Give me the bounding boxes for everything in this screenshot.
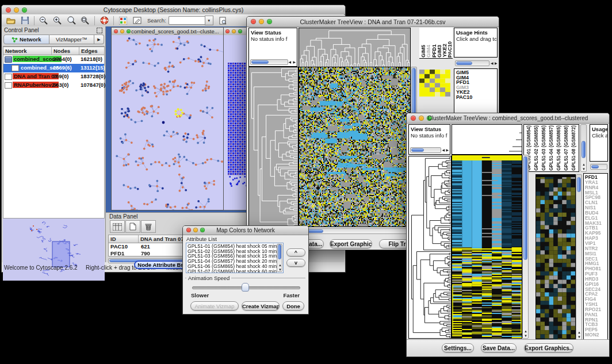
scroll-left-arrow[interactable]: ◀ — [288, 60, 291, 64]
usage-hints-scrollbar-back[interactable] — [455, 60, 489, 66]
delete-attribute-icon[interactable] — [141, 220, 156, 233]
scroll-up-arrow[interactable]: ▲ — [582, 163, 586, 166]
column-label[interactable]: GIM3 — [437, 45, 442, 58]
minimize-button[interactable] — [419, 116, 424, 121]
animate-vizmap-button[interactable]: Animate Vizmap — [190, 301, 239, 311]
export-graphics-button[interactable]: Export Graphics... — [330, 239, 372, 248]
cluster-similarity-matrix[interactable] — [419, 70, 450, 97]
scroll-right-arrow[interactable]: ▶ — [293, 60, 296, 64]
column-dendrogram-front[interactable] — [452, 124, 522, 155]
network-frame-1-titlebar[interactable]: combined_scores_good.txt--cluste... — [112, 28, 223, 36]
treeview-back-titlebar[interactable]: ClusterMaker TreeView : DNA and Tran 07-… — [247, 17, 499, 27]
heatmap-back[interactable] — [299, 67, 411, 227]
search-dropdown-arrow[interactable]: ▼ — [205, 16, 213, 25]
attribute-listbox[interactable]: GPL51-01 (GSM854) heat shock 05 minGPL51… — [186, 243, 284, 273]
scroll-down-arrow[interactable]: ▼ — [582, 167, 586, 171]
row-dendrogram-front[interactable] — [408, 156, 452, 339]
treeview-front-titlebar[interactable]: ClusterMaker TreeView : combined_scores_… — [407, 113, 609, 124]
cytoscape-titlebar[interactable]: Cytoscape Desktop (Session Name: collins… — [2, 5, 345, 15]
zoom-fit-icon[interactable] — [79, 16, 91, 26]
minimize-button[interactable] — [14, 7, 19, 13]
tab-overflow-arrow[interactable]: ▶ — [94, 35, 104, 44]
move-down-button[interactable]: v — [286, 259, 305, 267]
minimize-button[interactable] — [259, 19, 264, 24]
done-button[interactable]: Done — [282, 301, 304, 311]
scroll-up-arrow[interactable]: ▲ — [278, 263, 282, 267]
heatmap-hscroll-back[interactable] — [299, 228, 411, 234]
attribute-list-item[interactable]: GPL51-07 (GSM868) heat shock 60 min — [188, 269, 282, 273]
move-up-button[interactable]: ^ — [286, 248, 305, 256]
zoom-button[interactable] — [238, 29, 242, 33]
scroll-up-arrow[interactable]: ▲ — [577, 331, 581, 334]
save-data-button[interactable]: Save Data... — [481, 343, 517, 352]
close-button[interactable] — [411, 116, 416, 121]
column-label[interactable]: GPL51-06 (GSM865) — [556, 125, 563, 171]
new-attribute-icon[interactable] — [125, 220, 140, 233]
gene-label[interactable]: PAC10 — [456, 95, 495, 100]
attribute-list-scrollbar[interactable]: ▲ ▼ — [277, 244, 282, 272]
view-status-scrollbar[interactable] — [250, 59, 288, 65]
search-input[interactable] — [169, 16, 205, 25]
scroll-up-arrow[interactable]: ▲ — [524, 329, 527, 333]
close-button[interactable] — [225, 29, 230, 33]
vizmapper-icon[interactable] — [117, 16, 129, 26]
network-list-row[interactable]: combined_scores2764(0)16218(0) — [3, 55, 104, 64]
column-label[interactable]: GIM5 — [420, 45, 426, 58]
create-vizmap-button[interactable]: Create Vizmap — [242, 301, 280, 311]
zoom-heatmap-scrollbar[interactable]: ▲ ▼ — [576, 174, 582, 340]
float-panel-icon[interactable] — [97, 28, 102, 33]
network-list-row[interactable]: DNA and Tran 07769(0)183728(0) — [3, 72, 104, 81]
save-icon[interactable] — [18, 16, 31, 26]
network-list-row[interactable]: combined_sco2569(6)13112(15) — [3, 64, 104, 72]
attribute-table-icon[interactable] — [110, 220, 125, 233]
column-label[interactable]: GPL51-03 (GSM856) — [541, 125, 548, 171]
annotation-icon[interactable] — [131, 16, 143, 26]
close-button[interactable] — [251, 19, 256, 24]
column-label[interactable]: GPL51-04 (GSM857) — [548, 125, 556, 171]
close-button[interactable] — [114, 29, 118, 33]
view-status-scrollbar[interactable] — [410, 147, 441, 153]
heatmap-front[interactable] — [452, 155, 522, 339]
network-view[interactable] — [112, 35, 223, 210]
search-config-icon[interactable] — [217, 16, 230, 26]
column-labels-scrollbar[interactable]: ▲ ▼ — [580, 124, 587, 172]
network-list-header[interactable]: Network Nodes Edges — [3, 47, 104, 55]
network-overview-panel[interactable] — [3, 219, 105, 281]
minimize-button[interactable] — [232, 29, 236, 33]
gene-label[interactable]: MON2 — [585, 332, 606, 338]
tab-network[interactable]: Network — [3, 35, 49, 44]
zoom-button[interactable] — [127, 29, 131, 33]
zoom-heatmap-front[interactable] — [536, 174, 576, 340]
column-label[interactable]: GPL51-07 (GSM868) — [563, 125, 571, 171]
scroll-down-arrow[interactable]: ▼ — [577, 335, 581, 339]
scroll-left-arrow[interactable]: ◀ — [442, 148, 445, 152]
dialog-titlebar[interactable]: Map Colors to Network — [183, 226, 308, 235]
scroll-right-arrow[interactable]: ▶ — [446, 148, 449, 152]
heatmap-vscroll-front[interactable]: ▲ ▼ — [522, 155, 529, 339]
zoom-out-icon[interactable] — [37, 16, 50, 26]
scroll-down-arrow[interactable]: ▼ — [278, 268, 282, 271]
zoom-selected-icon[interactable] — [65, 16, 78, 26]
minimize-button[interactable] — [120, 29, 124, 33]
open-file-icon[interactable] — [5, 16, 17, 26]
export-graphics-button[interactable]: Export Graphics... — [524, 343, 573, 352]
help-lifesaver-icon[interactable] — [98, 16, 110, 26]
column-label[interactable]: PFD1 — [431, 44, 437, 58]
column-dendrogram-back[interactable] — [299, 28, 411, 68]
scroll-right-arrow[interactable]: ▶ — [495, 62, 498, 65]
minimize-button[interactable] — [193, 228, 198, 232]
network-list-row[interactable]: RNAPuberNov2+563(0)107847(0) — [3, 81, 104, 90]
usage-hints-scrollbar-front[interactable] — [590, 164, 607, 170]
speed-slider-thumb[interactable] — [242, 283, 249, 292]
scroll-left-arrow[interactable]: ◀ — [491, 62, 494, 65]
column-label[interactable]: GPL51-02 (GSM855) — [533, 125, 541, 171]
close-button[interactable] — [186, 228, 191, 232]
tab-vizmapper[interactable]: VizMapper™ — [49, 35, 95, 44]
settings-button[interactable]: Settings... — [442, 343, 474, 352]
column-label[interactable]: PAC10 — [447, 41, 452, 58]
scroll-down-arrow[interactable]: ▼ — [524, 334, 527, 338]
column-label[interactable]: GPL51-08 (GSM872) — [571, 125, 578, 171]
column-label[interactable]: GIM4 — [426, 45, 431, 58]
zoom-in-icon[interactable] — [51, 16, 64, 26]
row-dendrogram-back[interactable] — [248, 67, 299, 227]
